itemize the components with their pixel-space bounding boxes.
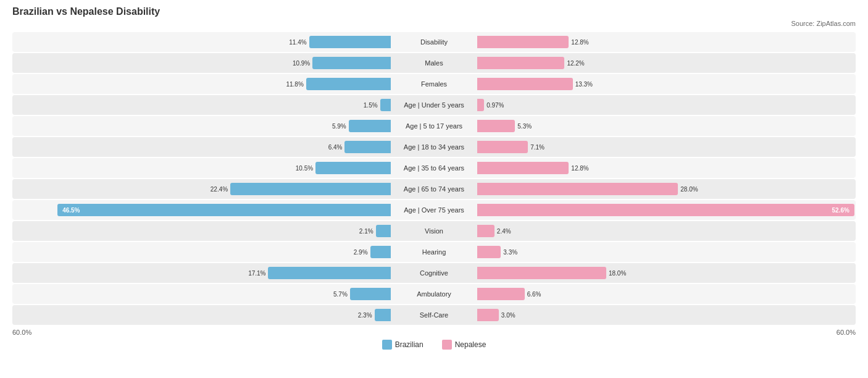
chart-row: 1.5%Age | Under 5 years0.97% [12,95,856,115]
bar-right-value: 3.0% [499,312,515,319]
source-label: Source: ZipAtlas.com [12,20,856,27]
row-label: Males [391,59,477,67]
axis-left-label: 60.0% [12,329,391,336]
bar-right-value: 2.4% [495,228,511,235]
legend-nepalese: Nepalese [442,340,486,350]
bar-right-value: 5.3% [515,123,532,130]
chart-row: 17.1%Cognitive18.0% [12,263,856,283]
bar-left-value: 10.9% [293,60,312,67]
row-label: Age | Over 75 years [391,206,477,214]
bar-left-value: 1.5% [364,102,380,109]
bar-left-value: 22.4% [211,186,230,193]
bar-left-value: 2.1% [359,228,376,235]
row-label: Age | 65 to 74 years [391,185,477,193]
bar-right-value: 6.6% [525,291,541,298]
nepalese-swatch [442,340,452,350]
row-label: Hearing [391,248,477,256]
bar-right-value: 3.3% [501,249,517,256]
row-label: Age | 5 to 17 years [391,122,477,130]
chart-row: 10.5%Age | 35 to 64 years12.8% [12,158,856,178]
bar-right-value: 12.8% [569,39,588,46]
bar-right-value: 12.2% [564,60,584,67]
chart-row: 2.9%Hearing3.3% [12,242,856,262]
chart-row: 22.4%Age | 65 to 74 years28.0% [12,179,856,199]
row-label: Cognitive [391,269,477,277]
chart-row: 2.3%Self-Care3.0% [12,305,856,325]
brazilian-swatch [382,340,392,350]
bar-right-value: 7.1% [528,144,545,151]
bar-right-value: 13.3% [573,81,593,88]
chart-row: 11.4%Disability12.8% [12,32,856,52]
axis-right-label: 60.0% [477,329,856,336]
legend-nepalese-label: Nepalese [455,340,486,349]
row-label: Females [391,80,477,88]
bar-right-value: 52.6% [832,207,849,214]
chart-row: 10.9%Males12.2% [12,53,856,73]
bar-right-value: 12.8% [569,165,588,172]
legend-brazilian-label: Brazilian [395,340,424,349]
bar-left-value: 10.5% [296,165,315,172]
row-label: Age | 18 to 34 years [391,143,477,151]
legend-brazilian: Brazilian [382,340,424,350]
bar-left-value: 5.7% [333,291,350,298]
bar-right-value: 0.97% [484,102,504,109]
bar-left-value: 2.9% [354,249,370,256]
chart-title: Brazilian vs Nepalese Disability [12,6,856,17]
bar-left-value: 11.8% [286,81,306,88]
row-label: Ambulatory [391,290,477,298]
row-label: Disability [391,38,477,46]
legend: Brazilian Nepalese [12,340,856,350]
row-label: Vision [391,227,477,235]
bar-left-value: 2.3% [358,312,375,319]
chart-row: 5.9%Age | 5 to 17 years5.3% [12,116,856,136]
row-label: Age | Under 5 years [391,101,477,109]
chart-row: 11.8%Females13.3% [12,74,856,94]
row-label: Self-Care [391,311,477,319]
bar-left-value: 11.4% [289,39,309,46]
row-label: Age | 35 to 64 years [391,164,477,172]
chart-row: 5.7%Ambulatory6.6% [12,284,856,304]
chart-row: 2.1%Vision2.4% [12,221,856,241]
chart-row: 6.4%Age | 18 to 34 years7.1% [12,137,856,157]
chart-row: 46.5%Age | Over 75 years52.6% [12,200,856,220]
bar-left-value: 17.1% [248,270,268,277]
bar-left-value: 5.9% [332,123,349,130]
bar-right-value: 18.0% [606,270,626,277]
bar-right-value: 28.0% [678,186,698,193]
chart-area: 11.4%Disability12.8%10.9%Males12.2%11.8%… [12,32,856,325]
bar-left-value: 6.4% [328,144,345,151]
bar-left-value: 46.5% [62,207,80,214]
axis-row: 60.0% 60.0% [12,329,856,336]
